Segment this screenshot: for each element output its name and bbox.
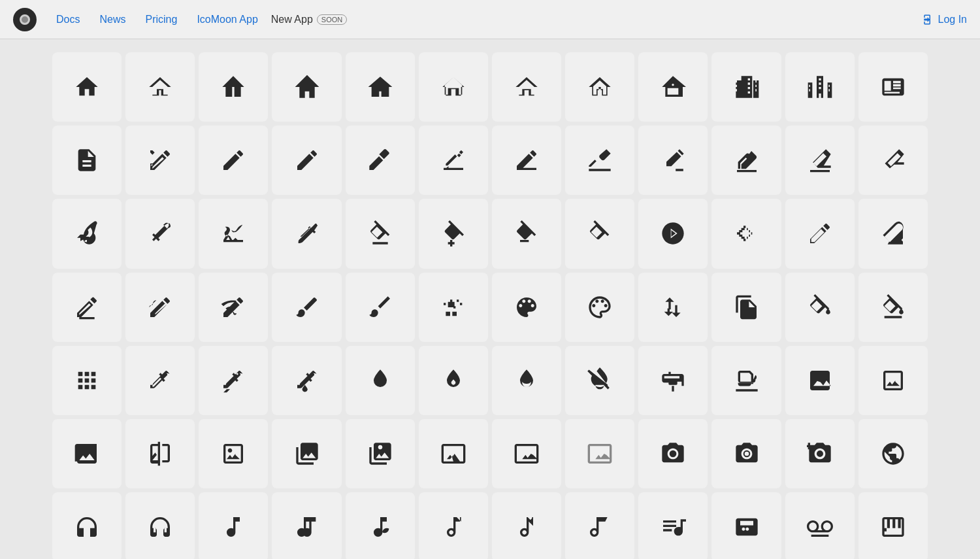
nav-news[interactable]: News xyxy=(93,11,132,28)
icon-marker[interactable] xyxy=(785,199,855,268)
icon-paint-roller[interactable] xyxy=(638,346,708,415)
icon-home-5[interactable] xyxy=(346,52,415,122)
icon-palette-2[interactable] xyxy=(565,273,634,342)
icon-nib-1[interactable] xyxy=(346,199,415,268)
icon-pen-1[interactable] xyxy=(419,126,488,195)
icon-headphones[interactable] xyxy=(52,492,122,559)
icon-image-gray[interactable] xyxy=(565,419,634,488)
icon-palette-1[interactable] xyxy=(492,273,561,342)
icon-drop-2[interactable] xyxy=(419,346,488,415)
icon-texture[interactable] xyxy=(52,346,122,415)
icon-camera-1[interactable] xyxy=(638,419,708,488)
icon-headset[interactable] xyxy=(125,492,195,559)
icon-spray-paint[interactable] xyxy=(419,273,488,342)
icon-home-roof[interactable] xyxy=(638,52,708,122)
nav-icomoon-app[interactable]: IcoMoon App xyxy=(190,11,264,28)
nav-docs[interactable]: Docs xyxy=(50,11,86,28)
icon-pen-outline[interactable] xyxy=(711,199,781,268)
icon-image-5[interactable] xyxy=(272,419,341,488)
icon-music-notes[interactable] xyxy=(346,492,415,559)
icon-color-transfer[interactable] xyxy=(638,273,708,342)
icon-music-note-4[interactable] xyxy=(492,492,561,559)
icon-music-note-1[interactable] xyxy=(199,492,268,559)
icon-pencil-3[interactable] xyxy=(346,126,415,195)
icon-images[interactable] xyxy=(346,419,415,488)
icon-home-2[interactable] xyxy=(125,52,195,122)
icon-copy-format[interactable] xyxy=(711,273,781,342)
icon-home-outline-1[interactable] xyxy=(419,52,488,122)
icon-nib-add[interactable] xyxy=(419,199,488,268)
soon-badge: SOON xyxy=(317,14,347,25)
icon-document[interactable] xyxy=(52,126,122,195)
icon-dropper-1[interactable] xyxy=(125,346,195,415)
login-button[interactable]: Log In xyxy=(923,14,967,25)
icon-music-list[interactable] xyxy=(638,492,708,559)
icon-highlighter[interactable] xyxy=(858,199,928,268)
site-header: Docs News Pricing IcoMoon App New App SO… xyxy=(0,0,980,39)
icon-feather-2[interactable] xyxy=(125,199,195,268)
icon-home-door[interactable] xyxy=(565,52,634,122)
login-icon xyxy=(923,14,934,25)
icon-camera-3[interactable] xyxy=(785,419,855,488)
icon-pen-tool[interactable] xyxy=(638,199,708,268)
icon-image-4[interactable] xyxy=(199,419,268,488)
icon-image-1[interactable] xyxy=(785,346,855,415)
icon-eraser-3[interactable] xyxy=(858,126,928,195)
icon-pencil-ruler[interactable] xyxy=(125,126,195,195)
icon-image-compare[interactable] xyxy=(125,419,195,488)
icon-calligraphy-1[interactable] xyxy=(565,126,634,195)
icon-home-1[interactable] xyxy=(52,52,122,122)
icon-brush-1[interactable] xyxy=(272,273,341,342)
icon-eraser-2[interactable] xyxy=(785,126,855,195)
icon-pen-edit[interactable] xyxy=(492,126,561,195)
icon-home-3[interactable] xyxy=(199,52,268,122)
icon-aperture[interactable] xyxy=(858,419,928,488)
nav-pricing[interactable]: Pricing xyxy=(139,11,184,28)
icon-nib-2[interactable] xyxy=(565,199,634,268)
icon-pen-check[interactable] xyxy=(638,126,708,195)
icon-feather-3[interactable] xyxy=(199,199,268,268)
icon-pen-wifi[interactable] xyxy=(199,273,268,342)
icon-grid xyxy=(52,52,928,559)
icon-image-2[interactable] xyxy=(858,346,928,415)
icon-building-1[interactable] xyxy=(711,52,781,122)
icon-stamp[interactable] xyxy=(711,346,781,415)
icon-home-outline-2[interactable] xyxy=(492,52,561,122)
icon-image-6[interactable] xyxy=(419,419,488,488)
icon-edit-underline[interactable] xyxy=(52,273,122,342)
icon-pencil-2[interactable] xyxy=(272,126,341,195)
icon-drop-1[interactable] xyxy=(346,346,415,415)
new-app-label: New App SOON xyxy=(271,14,347,25)
site-logo[interactable] xyxy=(13,8,37,31)
icon-brush-2[interactable] xyxy=(346,273,415,342)
icon-bucket-2[interactable] xyxy=(858,273,928,342)
icon-music-note-2[interactable] xyxy=(272,492,341,559)
icon-drop-3[interactable] xyxy=(492,346,561,415)
icon-building-2[interactable] xyxy=(785,52,855,122)
icon-newspaper[interactable] xyxy=(858,52,928,122)
icon-feather-4[interactable] xyxy=(272,199,341,268)
icon-dropper-3[interactable] xyxy=(272,346,341,415)
icon-music-note-3[interactable] xyxy=(419,492,488,559)
icon-camera-2[interactable] xyxy=(711,419,781,488)
icon-home-4[interactable] xyxy=(272,52,341,122)
icon-piano[interactable] xyxy=(858,492,928,559)
icon-eraser-1[interactable] xyxy=(711,126,781,195)
icon-image-3[interactable] xyxy=(52,419,122,488)
icon-pencil-1[interactable] xyxy=(199,126,268,195)
login-label: Log In xyxy=(938,14,967,25)
icon-cassette[interactable] xyxy=(711,492,781,559)
icon-image-7[interactable] xyxy=(492,419,561,488)
icon-pencil-wave[interactable] xyxy=(125,273,195,342)
icon-nib-remove[interactable] xyxy=(492,199,561,268)
main-content xyxy=(0,39,980,559)
icon-music-note-5[interactable] xyxy=(565,492,634,559)
icon-voicemail[interactable] xyxy=(785,492,855,559)
icon-bucket-1[interactable] xyxy=(785,273,855,342)
icon-dropper-2[interactable] xyxy=(199,346,268,415)
main-nav: Docs News Pricing IcoMoon App New App SO… xyxy=(50,11,923,28)
icon-drop-off[interactable] xyxy=(565,346,634,415)
icon-feather-1[interactable] xyxy=(52,199,122,268)
